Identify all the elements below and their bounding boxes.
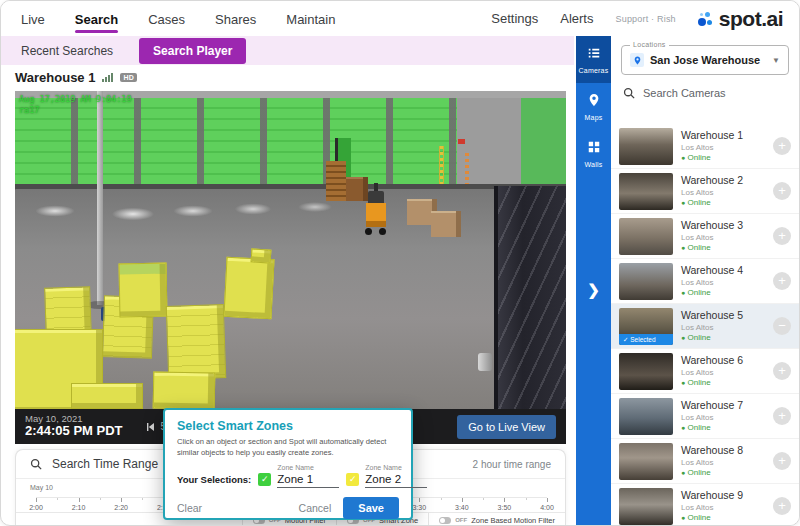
zone-color-checkbox[interactable]: ✓ <box>346 473 359 486</box>
camera-name: Warehouse 5 <box>681 309 765 322</box>
search-player-tab[interactable]: Search Player <box>139 38 246 64</box>
go-to-live-view-button[interactable]: Go to Live View <box>457 415 556 439</box>
tick-mark <box>121 498 122 502</box>
nav-item-maintain[interactable]: Maintain <box>286 3 335 34</box>
nav-item-search[interactable]: Search <box>75 3 118 34</box>
brand-logo: spot.ai <box>698 8 783 29</box>
add-camera-button[interactable]: + <box>773 137 791 155</box>
tick-mark <box>547 498 548 502</box>
support-user-label[interactable]: Support · Rish <box>615 14 675 24</box>
camera-list-item-warehouse-9[interactable]: Warehouse 9 Los Altos ● Online + <box>611 484 799 525</box>
nav-item-cases[interactable]: Cases <box>148 3 185 34</box>
add-camera-button[interactable]: + <box>773 182 791 200</box>
collapse-panel-chevron[interactable]: ❯ <box>576 281 611 299</box>
camera-list-item-warehouse-7[interactable]: Warehouse 7 Los Altos ● Online + <box>611 394 799 439</box>
add-camera-button[interactable]: + <box>773 497 791 515</box>
support-pole <box>97 91 103 305</box>
nav-item-shares[interactable]: Shares <box>215 3 256 34</box>
yellow-box-zone-overlay[interactable] <box>166 304 227 380</box>
camera-location: Los Altos <box>681 503 765 513</box>
camera-thumbnail <box>619 263 673 300</box>
zone-name-label: Zone Name <box>365 464 427 471</box>
zone-color-checkbox[interactable]: ✓ <box>258 473 271 486</box>
camera-search-input[interactable]: Search Cameras <box>611 81 799 106</box>
camera-name: Warehouse 8 <box>681 444 765 457</box>
side-tab-maps[interactable]: Maps <box>576 83 611 130</box>
brand-name: spot.ai <box>719 8 783 29</box>
camera-thumbnail <box>619 488 673 525</box>
zone-name-input[interactable] <box>277 472 339 488</box>
camera-list-item-warehouse-1[interactable]: Warehouse 1 Los Altos ● Online + <box>611 124 799 169</box>
pallet-stack <box>326 161 346 201</box>
playback-datetime: May 10, 2021 2:44:05 PM PDT <box>25 414 123 440</box>
tick-label: 3:50 <box>498 504 512 511</box>
toggle-zone-based-motion-filter[interactable]: OFF Zone Based Motion Filter <box>428 513 565 526</box>
tick-mark <box>462 498 463 502</box>
yellow-box-zone-overlay[interactable] <box>71 383 143 409</box>
recent-searches-tab[interactable]: Recent Searches <box>21 44 113 58</box>
camera-thumbnail: ✓ Selected <box>619 308 673 345</box>
online-dot-icon: ● <box>681 469 685 476</box>
camera-location: Los Altos <box>681 188 765 198</box>
chevron-down-icon: ▼ <box>772 56 780 65</box>
settings-link[interactable]: Settings <box>491 11 538 26</box>
camera-list-item-warehouse-4[interactable]: Warehouse 4 Los Altos ● Online + <box>611 259 799 304</box>
side-tab-cameras[interactable]: Cameras <box>576 36 611 83</box>
camera-location: Los Altos <box>681 233 765 243</box>
zone-field-2: ✓ Zone Name <box>346 464 427 488</box>
yellow-box-zone-overlay[interactable] <box>223 257 274 319</box>
clear-button[interactable]: Clear <box>177 502 202 514</box>
camera-status: ● Online <box>681 333 765 343</box>
camera-name: Warehouse 6 <box>681 354 765 367</box>
camera-panel: Locations San Jose Warehouse ▼ Search Ca… <box>611 36 799 525</box>
camera-osd-timestamp: Aug 17,2019 AM 9:04:19 ra17 <box>19 94 132 115</box>
camera-list-item-warehouse-6[interactable]: Warehouse 6 Los Altos ● Online + <box>611 349 799 394</box>
locations-select[interactable]: Locations San Jose Warehouse ▼ <box>621 45 789 75</box>
map-icon <box>587 93 601 111</box>
online-dot-icon: ● <box>681 154 685 161</box>
save-button[interactable]: Save <box>343 497 399 519</box>
camera-list-item-warehouse-5[interactable]: ✓ Selected Warehouse 5 Los Altos ● Onlin… <box>611 304 799 349</box>
signal-strength-icon <box>102 73 113 82</box>
camera-list: Warehouse 1 Los Altos ● Online + Warehou… <box>611 124 799 525</box>
tick-mark <box>504 498 505 502</box>
location-pin-icon <box>630 53 644 67</box>
add-camera-button[interactable]: + <box>773 272 791 290</box>
add-camera-button[interactable]: + <box>773 452 791 470</box>
camera-status: ● Online <box>681 378 765 388</box>
yellow-box-zone-overlay[interactable] <box>119 263 168 318</box>
nav-item-live[interactable]: Live <box>21 3 45 34</box>
camera-location: Los Altos <box>681 458 765 468</box>
camera-name: Warehouse 9 <box>681 489 765 502</box>
add-camera-button[interactable]: + <box>773 227 791 245</box>
top-nav: LiveSearchCasesSharesMaintain Settings A… <box>1 1 799 36</box>
yellow-box-zone-overlay[interactable] <box>251 248 272 263</box>
add-camera-button[interactable]: + <box>773 407 791 425</box>
minor-tick-mark <box>142 498 143 500</box>
tick-label: 4:00 <box>540 504 554 511</box>
online-dot-icon: ● <box>681 424 685 431</box>
minor-tick-mark <box>483 498 484 500</box>
camera-list-item-warehouse-2[interactable]: Warehouse 2 Los Altos ● Online + <box>611 169 799 214</box>
camera-status: ● Online <box>681 288 765 298</box>
zone-name-input[interactable] <box>365 472 427 488</box>
camera-list-item-warehouse-3[interactable]: Warehouse 3 Los Altos ● Online + <box>611 214 799 259</box>
primary-nav: LiveSearchCasesSharesMaintain <box>21 3 335 34</box>
camera-status: ● Online <box>681 198 765 208</box>
side-tab-walls[interactable]: Walls <box>576 130 611 177</box>
camera-list-item-warehouse-8[interactable]: Warehouse 8 Los Altos ● Online + <box>611 439 799 484</box>
forklift <box>364 183 390 239</box>
tick-label: 3:30 <box>412 504 426 511</box>
video-frame[interactable]: Aug 17,2019 AM 9:04:19 ra17 <box>15 91 566 409</box>
cancel-button[interactable]: Cancel <box>299 502 332 514</box>
yellow-box-zone-overlay[interactable] <box>153 371 216 409</box>
online-dot-icon: ● <box>681 334 685 341</box>
camera-name: Warehouse 3 <box>681 219 765 232</box>
alerts-link[interactable]: Alerts <box>560 11 593 26</box>
time-range-label: 2 hour time range <box>473 459 551 470</box>
online-dot-icon: ● <box>681 379 685 386</box>
camera-name: Warehouse 4 <box>681 264 765 277</box>
add-camera-button[interactable]: + <box>773 362 791 380</box>
remove-camera-button[interactable]: − <box>773 317 791 335</box>
camera-name: Warehouse 2 <box>681 174 765 187</box>
